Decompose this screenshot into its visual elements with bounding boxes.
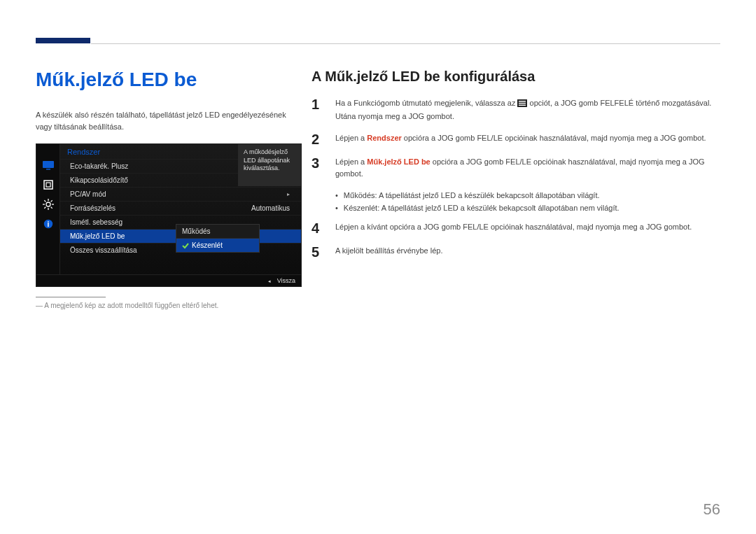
option-bullets: Működés: A tápellátást jelző LED a készü… (335, 190, 720, 214)
image-note: ― A megjelenő kép az adott modelltől füg… (36, 302, 302, 309)
back-arrow-icon: ◂ (268, 279, 271, 283)
svg-point-4 (46, 202, 50, 206)
svg-rect-18 (519, 105, 526, 106)
svg-rect-17 (519, 103, 526, 104)
section-title-right: A Műk.jelző LED be konfigurálása (312, 69, 720, 85)
svg-line-11 (50, 200, 52, 202)
menu-icon (517, 99, 527, 111)
svg-line-10 (50, 207, 52, 209)
svg-rect-16 (519, 101, 526, 101)
submenu-item: Működés (176, 225, 259, 238)
info-icon: i (41, 218, 55, 230)
step-5: 5 A kijelölt beállítás érvénybe lép. (312, 245, 720, 259)
gear-icon (41, 199, 55, 210)
svg-rect-3 (46, 183, 50, 187)
step-1: 1 Ha a Funkciógomb útmutató megjelenik, … (312, 97, 720, 122)
square-icon (41, 179, 55, 190)
right-column: A Műk.jelző LED be konfigurálása 1 Ha a … (312, 69, 720, 269)
svg-text:i: i (47, 220, 49, 228)
osd-sidebar-icons: i (36, 144, 60, 274)
bullet-item: Működés: A tápellátást jelző LED a készü… (335, 190, 720, 202)
bullet-item: Készenlét: A tápellátást jelző LED a kés… (335, 202, 720, 215)
osd-footer: ◂ Vissza (36, 274, 301, 286)
step-4: 4 Lépjen a kívánt opcióra a JOG gomb FEL… (312, 221, 720, 235)
svg-rect-2 (44, 181, 52, 189)
submenu-item-selected: Készenlét (176, 238, 259, 252)
step-3: 3 Lépjen a Műk.jelző LED be opcióra a JO… (312, 156, 720, 180)
osd-screenshot: i Rendszer Eco-takarék. PluszKi Kikapcso… (36, 143, 302, 287)
osd-menu: Rendszer Eco-takarék. PluszKi Kikapcsolá… (60, 144, 301, 274)
step-2: 2 Lépjen a Rendszer opcióra a JOG gomb F… (312, 132, 720, 146)
osd-submenu: Működés Készenlét (176, 224, 260, 253)
svg-line-9 (44, 200, 46, 202)
left-description: A készülék alsó részén található, tápell… (36, 109, 302, 132)
monitor-icon (41, 160, 55, 171)
osd-row: ForrásészlelésAutomatikus (60, 201, 301, 215)
header-divider (91, 43, 720, 44)
note-divider (36, 297, 106, 297)
page-number: 56 (704, 500, 720, 519)
osd-row: PC/AV mód▸ (60, 187, 301, 201)
svg-rect-0 (43, 161, 54, 168)
svg-line-12 (44, 207, 46, 209)
check-icon (182, 242, 189, 249)
osd-tooltip: A működésjelző LED állapotának kiválaszt… (238, 144, 301, 186)
header-accent-bar (36, 38, 90, 43)
page-title-left: Műk.jelző LED be (36, 69, 302, 91)
left-column: Műk.jelző LED be A készülék alsó részén … (36, 69, 302, 309)
svg-rect-1 (46, 169, 50, 170)
